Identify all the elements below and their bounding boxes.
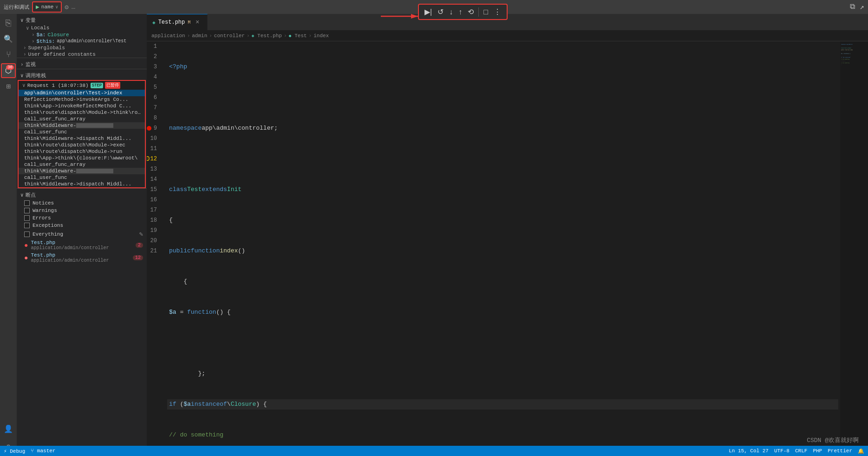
- callstack-item-9[interactable]: think\route\dispatch\Module->run: [19, 148, 145, 155]
- continue-button[interactable]: ▶|: [423, 7, 434, 17]
- callstack-item-3[interactable]: think\route\dispatch\Module->think\ro...: [19, 109, 145, 116]
- bp-warnings[interactable]: Warnings: [17, 207, 147, 214]
- watch-header[interactable]: › 监视: [17, 58, 147, 69]
- sidebar-item-extensions[interactable]: ⊞: [1, 79, 16, 94]
- sidebar-item-explore[interactable]: ⎘: [1, 16, 16, 31]
- var-this[interactable]: › $this: app\admin\controller\Test: [17, 38, 147, 45]
- breadcrumb-controller[interactable]: controller: [214, 33, 245, 39]
- bp-notices[interactable]: Notices: [17, 199, 147, 207]
- status-feedback-icon[interactable]: 🔔: [858, 448, 864, 454]
- tab-close-button[interactable]: ×: [193, 18, 202, 26]
- bp-file-1-badge: 2: [136, 243, 143, 248]
- sidebar-item-search[interactable]: 🔍: [1, 32, 16, 46]
- var-this-name: $this:: [37, 39, 55, 44]
- code-line-12: if ($a instanceof \Closure) {: [167, 399, 838, 410]
- window-icon[interactable]: ↗: [860, 2, 864, 12]
- sidebar-item-debug[interactable]: ⬡ 30: [1, 63, 16, 78]
- run-config-bar[interactable]: ▶ name ∨: [32, 1, 62, 13]
- callstack-item-12[interactable]: think\Middleware-: [19, 168, 145, 174]
- breadcrumb: application › admin › controller › ◈ Tes…: [147, 30, 868, 41]
- variables-header[interactable]: ∨ 变量: [17, 14, 147, 25]
- chevron-right-icon: ›: [32, 39, 35, 44]
- callstack-section: ∨ 调用堆栈 ∨ Request 1 (18:07:38) STEP 已暂停 a…: [17, 69, 147, 189]
- callstack-item-4[interactable]: call_user_func_array: [19, 116, 145, 122]
- status-encoding: UTF-8: [774, 448, 790, 454]
- breadcrumb-class[interactable]: ◆ Test: [289, 33, 307, 39]
- step-into-button[interactable]: ↓: [447, 7, 455, 17]
- ellipsis-icon[interactable]: …: [72, 3, 75, 11]
- gear-icon[interactable]: ⚙: [65, 3, 68, 11]
- git-icon: ⑂: [6, 50, 11, 59]
- bp-file-1[interactable]: ● Test.php application/admin/controller …: [17, 239, 147, 251]
- var-a[interactable]: › $a: Closure: [17, 32, 147, 38]
- callstack-item-6[interactable]: call_user_func: [19, 129, 145, 135]
- status-debug[interactable]: ⚡ Debug: [4, 448, 25, 454]
- breadcrumb-file[interactable]: ◈ Test.php: [251, 33, 281, 39]
- breadcrumb-application[interactable]: application: [151, 33, 185, 39]
- status-formatter[interactable]: Prettier: [828, 448, 852, 454]
- callstack-item-0[interactable]: app\admin\controller\Test->index: [19, 90, 145, 96]
- bp-exceptions[interactable]: Exceptions: [17, 222, 147, 229]
- watch-section: › 监视: [17, 58, 147, 69]
- status-git[interactable]: ⑂ master: [31, 448, 55, 454]
- code-content[interactable]: <?php namespace app\admin\controller; cl…: [165, 41, 840, 456]
- callstack-item-8[interactable]: think\route\dispatch\Module->exec: [19, 142, 145, 148]
- callstack-item-14[interactable]: think\Middleware->dispatch Middl...: [19, 181, 145, 187]
- bp-dot-icon: ●: [24, 242, 28, 249]
- step-out-button[interactable]: ↑: [457, 7, 464, 17]
- restart-button[interactable]: ⟲: [466, 7, 476, 17]
- callstack-item-10[interactable]: think\App->think\{closure:F:\wwwroot\: [19, 155, 145, 161]
- sidebar-item-accounts[interactable]: 👤: [1, 422, 16, 436]
- code-line-13: // do something: [167, 430, 838, 440]
- user-constants-group[interactable]: › User defined constants: [17, 51, 147, 58]
- step-over-button[interactable]: ↺: [436, 7, 445, 17]
- activity-bar: ⎘ 🔍 ⑂ ⬡ 30 ⊞ 👤 ⚙: [0, 14, 17, 456]
- request-header[interactable]: ∨ Request 1 (18:07:38) STEP 已暂停: [19, 81, 145, 90]
- bp-errors-checkbox[interactable]: [24, 215, 30, 221]
- code-line-10: [167, 338, 838, 348]
- breakpoints-header[interactable]: ∨ 断点: [17, 189, 147, 199]
- chevron-right-icon: ›: [20, 62, 24, 67]
- line-num-11: 11: [147, 144, 161, 154]
- code-editor[interactable]: 1 2 3 4 5 6 7 8 9 10 11 D 12: [147, 41, 868, 456]
- line-num-4: 4: [147, 72, 161, 82]
- locals-group[interactable]: ∨ Locals: [17, 25, 147, 32]
- restore-icon[interactable]: ⧉: [850, 2, 855, 12]
- bp-everything-checkbox[interactable]: [24, 231, 30, 237]
- breakpoint-dot: [147, 126, 151, 131]
- line-num-6: 6: [147, 93, 161, 103]
- breadcrumb-method[interactable]: index: [313, 33, 329, 39]
- breadcrumb-admin[interactable]: admin: [192, 33, 207, 39]
- code-line-4: [167, 154, 838, 164]
- line-num-16: 16: [147, 195, 161, 205]
- stop-button[interactable]: □: [482, 7, 490, 17]
- bp-exceptions-checkbox[interactable]: [24, 223, 30, 228]
- bp-errors[interactable]: Errors: [17, 214, 147, 222]
- var-this-value: app\admin\controller\Test: [57, 39, 126, 44]
- bp-everything[interactable]: Everything ✎: [17, 229, 147, 239]
- tab-modified-indicator: M: [188, 20, 190, 25]
- callstack-item-11[interactable]: call_user_func_array: [19, 161, 145, 168]
- line-num-14: 14: [147, 174, 161, 185]
- status-lang[interactable]: PHP: [813, 448, 822, 454]
- callstack-header[interactable]: ∨ 调用堆栈: [17, 69, 147, 80]
- superglobals-group[interactable]: › Superglobals: [17, 45, 147, 51]
- bp-warnings-checkbox[interactable]: [24, 208, 30, 213]
- callstack-item-13[interactable]: call_user_func: [19, 174, 145, 181]
- callstack-item-1[interactable]: ReflectionMethod->invokeArgs Co...: [19, 96, 145, 103]
- user-constants-label: User defined constants: [28, 52, 96, 57]
- sidebar-item-git[interactable]: ⑂: [1, 47, 16, 62]
- editor-area: ◈ Test.php M × application › admin › con…: [147, 14, 868, 456]
- tab-testphp[interactable]: ◈ Test.php M ×: [147, 14, 208, 30]
- more-button[interactable]: ⋮: [492, 7, 503, 17]
- callstack-item-7[interactable]: think\Middleware->dispatch Middl...: [19, 135, 145, 142]
- callstack-item-5[interactable]: think\Middleware-: [19, 122, 145, 129]
- callstack-item-2[interactable]: think\App->invokeReflectMethod C...: [19, 103, 145, 109]
- run-name: name: [41, 4, 53, 10]
- bp-warnings-label: Warnings: [33, 208, 57, 213]
- bp-file-2[interactable]: ● Test.php application/admin/controller …: [17, 251, 147, 264]
- line-num-5: 5: [147, 82, 161, 93]
- chevron-down-icon: ∨: [20, 73, 24, 79]
- bp-notices-checkbox[interactable]: [24, 200, 30, 206]
- code-line-3: namespace app\admin\controller;: [167, 123, 838, 133]
